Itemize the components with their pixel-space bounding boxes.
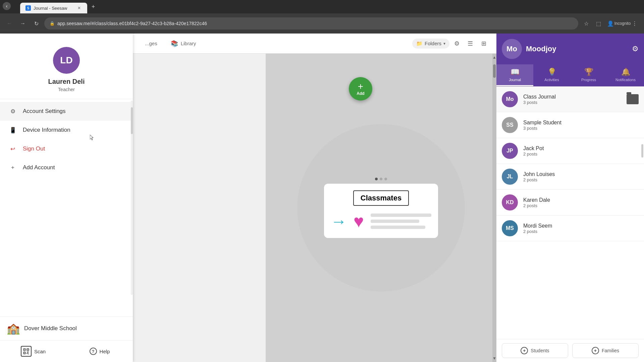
tab-assignments[interactable]: ...ges [140, 38, 163, 49]
student-posts-3: 2 posts [523, 203, 639, 208]
filter-icon[interactable]: ⚙ [452, 38, 462, 49]
nav-activities-label: Activities [544, 78, 559, 82]
student-name-3: Karen Dale [523, 197, 639, 203]
help-button[interactable]: ? Help [66, 341, 133, 362]
sidebar-scrollbar[interactable] [641, 141, 643, 328]
settings-icon[interactable]: ⚙ [632, 45, 639, 53]
help-icon: ? [90, 348, 97, 355]
sign-out-item[interactable]: ↩ Sign Out [0, 139, 133, 158]
nav-notifications-label: Notifications [615, 78, 636, 82]
school-name: Dover Middle School [24, 325, 77, 332]
scan-qr-icon [21, 346, 32, 357]
content-scrollbar[interactable]: ▲ ▼ [492, 54, 496, 362]
nav-journal[interactable]: 📖 Journal [496, 64, 533, 86]
student-item-4[interactable]: MS Mordi Seem 2 posts [496, 216, 644, 241]
account-settings-item[interactable]: ⚙ Account Settings [0, 102, 133, 121]
browser-chrome: ‹ S Journal - Seesaw ✕ + ← → ↻ 🔒 app.see… [0, 0, 644, 34]
class-journal-item[interactable]: Mo Class Journal 3 posts [496, 86, 644, 112]
folders-breadcrumb[interactable]: 📁 Folders ▾ [412, 39, 449, 49]
student-name-2: John Louises [523, 171, 639, 177]
student-item-0[interactable]: SS Sample Student 3 posts [496, 112, 644, 138]
nav-activities[interactable]: 💡 Activities [533, 64, 570, 86]
sidebar-header: Mo Moodjoy ⚙ [496, 34, 644, 64]
address-bar[interactable]: 🔒 app.seesaw.me/#/class/class.e01bf4c2-9… [44, 17, 578, 29]
student-item-2[interactable]: JL John Louises 2 posts [496, 164, 644, 190]
tab-favicon: S [25, 5, 31, 11]
journal-nav-icon: 📖 [511, 68, 520, 76]
gear-icon: ⚙ [8, 107, 17, 116]
back-button[interactable]: ← [4, 18, 15, 29]
tab-library[interactable]: 📚 Library [165, 37, 202, 50]
add-label: Add [357, 91, 364, 96]
library-icon: 📚 [171, 40, 178, 47]
sidebar-scroll-thumb [641, 144, 643, 158]
incognito-label: Incognito [617, 18, 628, 29]
student-info-1: Jack Pot 2 posts [523, 145, 639, 157]
toolbar-actions: ☆ ⬚ 👤 Incognito ⋮ [581, 18, 640, 29]
scan-label: Scan [34, 349, 46, 354]
tab-title: Journal - Seesaw [34, 6, 74, 11]
class-journal-title: Class Journal [523, 94, 627, 100]
app-container: ...ges 📚 Library 📁 Folders ▾ ⚙ ☰ ⊞ [0, 34, 644, 362]
forward-button[interactable]: → [17, 18, 28, 29]
student-posts-2: 2 posts [523, 177, 639, 182]
add-account-item[interactable]: + Add Account [0, 158, 133, 177]
class-avatar-mo: Mo [502, 39, 522, 59]
extensions-icon[interactable]: ⬚ [593, 18, 604, 29]
scan-button[interactable]: Scan [0, 341, 66, 362]
classmates-title: Classmates [353, 190, 409, 206]
help-label: Help [100, 349, 110, 354]
scroll-thumb[interactable] [493, 64, 496, 78]
nav-notifications[interactable]: 🔔 Notifications [607, 64, 644, 86]
panel-scrollbar[interactable] [131, 101, 133, 295]
families-label: Families [602, 348, 619, 353]
sidebar-nav: 📖 Journal 💡 Activities 🏆 Progress 🔔 Noti… [496, 64, 644, 86]
list-view-button[interactable]: ☰ [464, 38, 476, 50]
student-posts-1: 2 posts [523, 152, 639, 157]
student-name-1: Jack Pot [523, 145, 639, 152]
class-journal-posts: 3 posts [523, 100, 627, 105]
student-avatar-4: MS [502, 220, 518, 236]
content-line-1 [371, 214, 431, 217]
nav-journal-label: Journal [509, 78, 521, 82]
student-posts-4: 2 posts [523, 229, 639, 234]
menu-items: ⚙ Account Settings 📱 Device Information … [0, 99, 133, 210]
add-button[interactable]: + Add [349, 77, 372, 101]
tab-back-button[interactable]: ‹ [3, 2, 11, 10]
active-tab[interactable]: S Journal - Seesaw ✕ [20, 3, 87, 13]
student-info-2: John Louises 2 posts [523, 171, 639, 182]
students-footer-button[interactable]: + Students [502, 343, 568, 358]
classmates-card: Classmates → ♥ [324, 184, 438, 238]
student-item-3[interactable]: KD Karen Dale 2 posts [496, 190, 644, 216]
panel-scroll-thumb [131, 107, 133, 134]
svg-rect-4 [28, 349, 28, 350]
add-account-label: Add Account [23, 164, 55, 171]
student-avatar-2: JL [502, 169, 518, 185]
student-avatar-0: SS [502, 117, 518, 133]
content-area: Classmates → ♥ ▲ ▼ [266, 54, 496, 362]
activities-nav-icon: 💡 [547, 68, 556, 76]
student-item-1[interactable]: JP Jack Pot 2 posts [496, 138, 644, 164]
nav-progress[interactable]: 🏆 Progress [570, 64, 607, 86]
device-icon: 📱 [8, 125, 17, 135]
class-journal-info: Class Journal 3 posts [523, 94, 627, 105]
profile-role: Teacher [58, 87, 75, 92]
lock-icon: 🔒 [50, 21, 55, 26]
school-icon: 🏫 [7, 322, 20, 335]
bookmark-icon[interactable]: ☆ [581, 18, 592, 29]
new-tab-button[interactable]: + [89, 2, 98, 11]
header-nav-area: ...ges 📚 Library 📁 Folders ▾ ⚙ ☰ ⊞ [133, 34, 496, 54]
reload-button[interactable]: ↻ [31, 18, 42, 29]
menu-icon[interactable]: ⋮ [629, 18, 640, 29]
dot-1 [375, 178, 378, 180]
families-footer-button[interactable]: + Families [572, 343, 639, 358]
tab-close-button[interactable]: ✕ [76, 5, 82, 11]
add-account-icon: + [8, 163, 17, 172]
profile-name: Lauren Deli [48, 78, 85, 85]
student-posts-0: 3 posts [523, 126, 639, 131]
folder-icon [627, 94, 639, 104]
notifications-nav-icon: 🔔 [621, 68, 630, 76]
class-journal-avatar: Mo [502, 91, 518, 107]
device-information-item[interactable]: 📱 Device Information [0, 121, 133, 139]
grid-view-button[interactable]: ⊞ [478, 38, 490, 50]
